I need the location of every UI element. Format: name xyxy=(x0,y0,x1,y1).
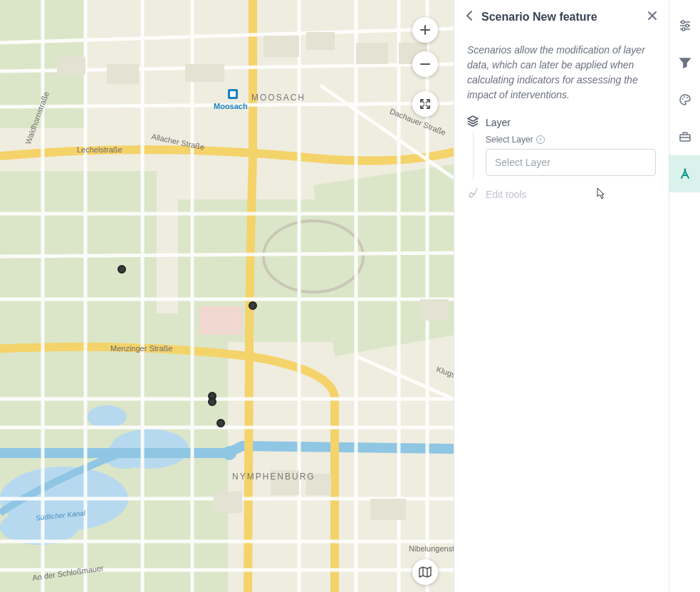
svg-rect-1 xyxy=(0,171,157,313)
svg-rect-24 xyxy=(420,299,449,321)
svg-rect-25 xyxy=(199,306,242,335)
map-marker[interactable] xyxy=(117,265,126,274)
svg-rect-14 xyxy=(306,32,335,50)
svg-point-26 xyxy=(681,21,684,24)
close-button[interactable] xyxy=(647,11,657,24)
map-marker[interactable] xyxy=(208,398,216,406)
svg-rect-16 xyxy=(185,64,224,82)
svg-rect-15 xyxy=(356,43,388,64)
select-layer-dropdown[interactable]: Select Layer xyxy=(486,149,656,176)
svg-marker-4 xyxy=(313,164,454,356)
chevron-left-icon xyxy=(466,10,473,21)
toolbox-icon xyxy=(679,130,691,143)
svg-rect-20 xyxy=(306,474,331,495)
svg-point-31 xyxy=(686,97,688,98)
fullscreen-icon xyxy=(420,99,430,109)
panel-title: Scenario New feature xyxy=(481,11,639,24)
svg-rect-13 xyxy=(263,36,299,57)
select-layer-label: Select Layer ? xyxy=(486,135,656,145)
draw-icon xyxy=(467,187,479,201)
svg-rect-17 xyxy=(107,64,139,84)
palette-icon xyxy=(679,93,691,106)
back-button[interactable] xyxy=(466,10,473,24)
zoom-in-button[interactable] xyxy=(412,17,438,43)
transit-station-icon xyxy=(228,89,238,99)
plus-icon xyxy=(419,24,431,36)
layer-section-header: Layer xyxy=(467,115,656,129)
toolbar-filter[interactable] xyxy=(669,44,701,81)
svg-rect-22 xyxy=(214,492,242,513)
filter-icon xyxy=(679,56,691,69)
sliders-icon xyxy=(679,19,691,32)
right-toolbar xyxy=(669,0,700,592)
layers-icon xyxy=(467,115,479,129)
edit-tools-section-header: Edit tools xyxy=(467,187,656,201)
map-basemap-svg xyxy=(0,0,454,592)
svg-rect-21 xyxy=(370,499,406,520)
svg-point-33 xyxy=(684,170,686,172)
toolbar-toolbox[interactable] xyxy=(669,118,701,155)
svg-point-11 xyxy=(222,446,236,460)
close-icon xyxy=(647,11,657,21)
toolbar-settings[interactable] xyxy=(669,7,701,44)
help-icon[interactable]: ? xyxy=(536,135,545,144)
basemap-button[interactable] xyxy=(412,559,438,585)
svg-point-10 xyxy=(87,405,127,428)
toolbar-style[interactable] xyxy=(669,81,701,118)
map-marker[interactable] xyxy=(249,301,257,310)
svg-rect-19 xyxy=(271,470,299,495)
zoom-out-button[interactable] xyxy=(412,51,438,77)
fullscreen-button[interactable] xyxy=(412,91,438,117)
layer-section-label: Layer xyxy=(486,117,511,128)
svg-point-27 xyxy=(686,24,689,27)
svg-point-28 xyxy=(682,28,685,31)
map-canvas[interactable]: MOOSACH NYMPHENBURG Lechelstraße Allache… xyxy=(0,0,454,592)
compass-draw-icon xyxy=(679,167,691,180)
panel-description: Scenarios allow the modification of laye… xyxy=(467,43,656,103)
svg-point-29 xyxy=(681,98,683,100)
edit-tools-label: Edit tools xyxy=(486,189,527,200)
scenario-panel: Scenario New feature Scenarios allow the… xyxy=(454,0,669,592)
map-icon xyxy=(419,566,432,578)
panel-header: Scenario New feature xyxy=(454,0,669,34)
map-marker[interactable] xyxy=(216,419,225,427)
toolbar-scenario[interactable] xyxy=(669,155,701,192)
svg-rect-18 xyxy=(57,57,85,75)
svg-point-30 xyxy=(684,96,685,98)
minus-icon xyxy=(419,58,431,70)
